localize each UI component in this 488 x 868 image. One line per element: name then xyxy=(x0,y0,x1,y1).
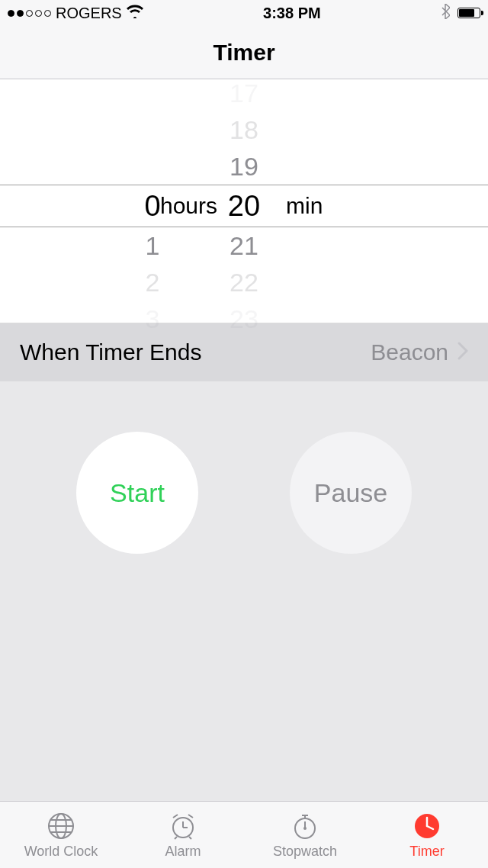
wifi-icon xyxy=(127,5,143,22)
minutes-picker-column[interactable]: 17 18 19 20 21 22 23 xyxy=(214,75,274,337)
picker-item[interactable]: 17 xyxy=(230,75,258,111)
chevron-right-icon xyxy=(458,339,468,365)
picker-item-selected[interactable]: 0 xyxy=(144,185,160,227)
alarm-clock-icon xyxy=(169,811,197,841)
carrier-label: ROGERS xyxy=(56,5,122,22)
sound-name: Beacon xyxy=(371,339,448,365)
picker-item[interactable]: 21 xyxy=(230,227,258,264)
tab-label: Timer xyxy=(409,844,444,860)
minutes-label: min xyxy=(286,185,323,227)
when-timer-ends-value: Beacon xyxy=(371,339,468,365)
tab-label: Alarm xyxy=(165,844,201,860)
stopwatch-icon xyxy=(291,811,319,841)
status-bar: ROGERS 3:38 PM xyxy=(0,0,488,26)
signal-strength-icon xyxy=(8,10,51,17)
status-right xyxy=(441,4,480,23)
tab-world-clock[interactable]: World Clock xyxy=(0,802,122,868)
status-left: ROGERS xyxy=(8,5,143,22)
picker-item[interactable]: 1 xyxy=(146,227,160,264)
body-area: Start Pause xyxy=(0,381,488,801)
tab-bar: World Clock Alarm Stopwatch Timer xyxy=(0,801,488,868)
tab-label: World Clock xyxy=(24,844,98,860)
buttons-row: Start Pause xyxy=(0,381,488,554)
tab-stopwatch[interactable]: Stopwatch xyxy=(244,802,366,868)
tab-label: Stopwatch xyxy=(273,844,337,860)
picker-item[interactable]: 3 xyxy=(146,301,160,337)
tab-timer[interactable]: Timer xyxy=(366,802,488,868)
tab-alarm[interactable]: Alarm xyxy=(122,802,244,868)
picker-item[interactable]: 18 xyxy=(230,111,258,148)
start-button-label: Start xyxy=(110,478,165,508)
bluetooth-icon xyxy=(441,4,450,23)
hours-label: hours xyxy=(160,185,217,227)
picker-item[interactable]: 19 xyxy=(230,148,258,185)
svg-line-9 xyxy=(189,837,191,839)
timer-icon xyxy=(413,811,441,841)
battery-icon xyxy=(458,8,480,18)
start-button[interactable]: Start xyxy=(76,432,198,554)
when-timer-ends-label: When Timer Ends xyxy=(20,339,201,365)
picker-item[interactable]: 22 xyxy=(230,264,258,301)
nav-bar: Timer xyxy=(0,26,488,79)
pause-button[interactable]: Pause xyxy=(290,432,412,554)
picker-item-selected[interactable]: 20 xyxy=(228,185,260,227)
time-picker[interactable]: 0 1 2 3 hours 17 18 19 20 21 22 23 min xyxy=(0,79,488,323)
pause-button-label: Pause xyxy=(314,478,387,508)
page-title: Timer xyxy=(213,40,274,66)
status-time: 3:38 PM xyxy=(263,5,321,22)
svg-line-8 xyxy=(175,837,177,839)
svg-point-14 xyxy=(303,827,307,830)
picker-item[interactable]: 23 xyxy=(230,301,258,337)
picker-item[interactable]: 2 xyxy=(146,264,160,301)
globe-icon xyxy=(47,811,75,841)
